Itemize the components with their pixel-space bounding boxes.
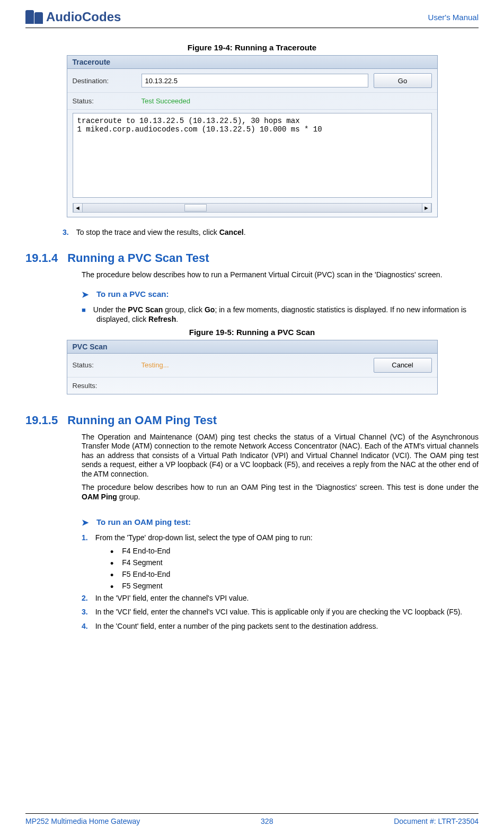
pvc-status-row: Status: Testing... Cancel — [67, 354, 437, 377]
pvc-scan-panel-title: PVC Scan — [67, 340, 437, 354]
proc-arrow-icon: ➤ — [82, 289, 90, 300]
doc-type-label: User's Manual — [428, 13, 479, 22]
bullet-square-icon: ■ — [82, 306, 86, 314]
figure-19-4-caption: Figure 19-4: Running a Traceroute — [25, 43, 479, 52]
sec2-paragraph-2: The procedure below describes how to run… — [25, 483, 479, 506]
bullet-pre: Under the — [93, 305, 128, 314]
step-text: From the 'Type' drop-down list, select t… — [95, 533, 313, 542]
sub-bullet-f5-e2e: •F5 End-to-End — [38, 569, 479, 581]
status-value: Test Succeeded — [142, 97, 191, 105]
pvc-results-row: Results: — [67, 377, 437, 394]
step-text-pre: To stop the trace and view the results, … — [76, 228, 219, 236]
logo-text: AudioCodes — [46, 10, 121, 24]
bullet-b3: Refresh — [148, 315, 176, 323]
bullet-mid1: group, click — [163, 305, 205, 314]
sub-text: F4 End-to-End — [122, 547, 170, 555]
sec2-paragraph-1: The Operation and Maintenance (OAM) ping… — [25, 433, 479, 484]
section-title: Running a PVC Scan Test — [67, 251, 209, 265]
footer-page-number: 328 — [261, 817, 273, 825]
bullet-post: . — [176, 315, 178, 323]
horizontal-scrollbar[interactable]: ◄ ► — [73, 203, 432, 213]
destination-input[interactable] — [142, 74, 368, 87]
section-19-1-5-heading: 19.1.5 Running an OAM Ping Test — [25, 414, 479, 427]
footer-left: MP252 Multimedia Home Gateway — [25, 817, 140, 825]
cancel-button[interactable]: Cancel — [374, 358, 432, 373]
scroll-left-arrow-icon[interactable]: ◄ — [73, 204, 83, 212]
section-title: Running an OAM Ping Test — [67, 414, 217, 427]
pvc-scan-bullet: ■Under the PVC Scan group, click Go; in … — [40, 304, 479, 328]
step-number: 3. — [82, 608, 88, 616]
status-label: Status: — [73, 97, 136, 105]
scroll-right-arrow-icon[interactable]: ► — [422, 204, 431, 212]
step-number: 2. — [82, 594, 88, 602]
bullet-dot-icon: • — [110, 582, 113, 592]
traceroute-panel-title: Traceroute — [67, 56, 437, 69]
go-button[interactable]: Go — [374, 73, 432, 88]
traceroute-status-row: Status: Test Succeeded — [67, 93, 437, 110]
step-text-post: . — [244, 228, 246, 236]
footer-right: Document #: LTRT-23504 — [394, 817, 479, 825]
bullet-b2: Go — [205, 305, 215, 314]
bullet-dot-icon: • — [110, 558, 113, 569]
proc-heading-text: To run an OAM ping test: — [96, 517, 191, 528]
page-header: AudioCodes User's Manual — [25, 10, 479, 28]
section-number: 19.1.4 — [25, 251, 58, 265]
step-text: In the 'Count' field, enter a number of … — [95, 622, 378, 630]
step-text: In the 'VPI' field, enter the channel's … — [95, 594, 249, 602]
traceroute-output: traceroute to 10.13.22.5 (10.13.22.5), 3… — [73, 113, 432, 198]
pvc-scan-panel: PVC Scan Status: Testing... Cancel Resul… — [67, 340, 438, 394]
logo: AudioCodes — [25, 10, 121, 24]
section-19-1-4-heading: 19.1.4 Running a PVC Scan Test — [25, 251, 479, 265]
sub-bullet-f4-seg: •F4 Segment — [38, 557, 479, 569]
oam-step-3: 3.In the 'VCI' field, enter the channel'… — [41, 606, 479, 620]
sub-bullet-f4-e2e: •F4 End-to-End — [38, 546, 479, 557]
step-text-bold: Cancel — [219, 228, 244, 236]
step-3: 3.To stop the trace and view the results… — [45, 227, 479, 242]
p2-post: group. — [117, 493, 140, 501]
bullet-dot-icon: • — [110, 547, 113, 557]
p2-pre: The procedure below describes how to run… — [82, 483, 479, 491]
proc-run-oam-ping: ➤ To run an OAM ping test: — [25, 512, 479, 532]
traceroute-destination-row: Destination: Go — [67, 69, 437, 93]
step-number: 3. — [63, 228, 69, 236]
step-text: In the 'VCI' field, enter the channel's … — [95, 608, 463, 616]
pvc-results-label: Results: — [73, 382, 136, 390]
oam-step-2: 2.In the 'VPI' field, enter the channel'… — [41, 592, 479, 606]
sub-text: F4 Segment — [122, 558, 162, 567]
figure-19-5-caption: Figure 19-5: Running a PVC Scan — [25, 328, 479, 337]
sec1-paragraph: The procedure below describes how to run… — [25, 270, 479, 284]
page-footer: MP252 Multimedia Home Gateway 328 Docume… — [25, 813, 479, 825]
step-number: 4. — [82, 622, 88, 630]
section-number: 19.1.5 — [25, 414, 58, 427]
destination-label: Destination: — [73, 77, 136, 85]
logo-icon — [25, 10, 43, 24]
proc-run-pvc-scan: ➤ To run a PVC scan: — [25, 284, 479, 304]
proc-arrow-icon: ➤ — [82, 517, 90, 528]
p2-bold: OAM Ping — [82, 493, 117, 501]
oam-step-1: 1.From the 'Type' drop-down list, select… — [41, 532, 479, 546]
sub-bullet-f5-seg: •F5 Segment — [38, 581, 479, 592]
proc-heading-text: To run a PVC scan: — [96, 289, 169, 300]
scroll-thumb[interactable] — [83, 204, 422, 212]
step-number: 1. — [82, 533, 88, 542]
pvc-status-label: Status: — [73, 361, 136, 369]
sub-text: F5 Segment — [122, 582, 162, 590]
sub-text: F5 End-to-End — [122, 570, 170, 578]
oam-step-4: 4.In the 'Count' field, enter a number o… — [41, 620, 479, 634]
pvc-status-value: Testing... — [142, 361, 368, 369]
bullet-b1: PVC Scan — [128, 305, 163, 314]
bullet-dot-icon: • — [110, 570, 113, 581]
traceroute-panel: Traceroute Destination: Go Status: Test … — [67, 55, 438, 217]
